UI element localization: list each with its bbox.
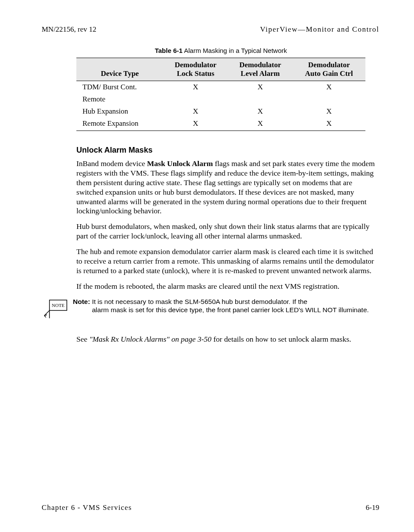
note-text: Note: It is not necessary to mask the SL…	[73, 297, 369, 314]
footer-page-number: 6-19	[366, 503, 379, 512]
body-paragraph: If the modem is rebooted, the alarm mask…	[76, 282, 379, 291]
svg-text:NOTE: NOTE	[52, 303, 65, 308]
table-caption: Table 6-1 Alarm Masking in a Typical Net…	[76, 47, 365, 54]
body-paragraph: The hub and remote expansion demodulator…	[76, 247, 379, 276]
cell-level: X	[228, 117, 292, 131]
running-footer: Chapter 6 - VMS Services 6-19	[42, 503, 379, 512]
cell-lock	[163, 93, 228, 105]
col-header-lock-status: Demodulator Lock Status	[163, 58, 228, 81]
col-header-device-type: Device Type	[76, 58, 163, 81]
footer-left: Chapter 6 - VMS Services	[42, 503, 132, 512]
cross-reference-link[interactable]: "Mask Rx Unlock Alarms" on page 3-50	[89, 335, 212, 343]
table-row: Hub Expansion X X X	[76, 105, 365, 117]
see-reference: See "Mask Rx Unlock Alarms" on page 3-50…	[76, 335, 379, 344]
running-header: MN/22156, rev 12 ViperView—Monitor and C…	[42, 25, 379, 34]
table-row: Remote Expansion X X X	[76, 117, 365, 131]
header-right: ViperView—Monitor and Control	[260, 25, 379, 34]
note-icon: NOTE	[43, 299, 68, 320]
cell-device: Remote	[76, 93, 163, 105]
cell-level	[228, 93, 292, 105]
cell-gain: X	[292, 105, 365, 117]
note-rest: alarm mask is set for this device type, …	[92, 306, 369, 314]
table-row: Remote	[76, 93, 365, 105]
note-block: NOTE Note: It is not necessary to mask t…	[43, 297, 379, 320]
header-left: MN/22156, rev 12	[42, 25, 96, 34]
cell-gain: X	[292, 81, 365, 94]
note-first-line: It is not necessary to mask the SLM-5650…	[90, 298, 308, 305]
cell-level: X	[228, 105, 292, 117]
cell-lock: X	[163, 105, 228, 117]
col-header-level-alarm: Demodulator Level Alarm	[228, 58, 292, 81]
table-header-row: Device Type Demodulator Lock Status Demo…	[76, 58, 365, 81]
table-row: TDM/ Burst Cont. X X X	[76, 81, 365, 94]
cell-lock: X	[163, 81, 228, 94]
section-heading: Unlock Alarm Masks	[76, 146, 379, 155]
col-header-auto-gain: Demodulator Auto Gain Ctrl	[292, 58, 365, 81]
cell-lock: X	[163, 117, 228, 131]
cell-gain: X	[292, 117, 365, 131]
table-caption-text: Alarm Masking in a Typical Network	[183, 47, 287, 54]
cell-device: Remote Expansion	[76, 117, 163, 131]
alarm-masking-table: Device Type Demodulator Lock Status Demo…	[76, 58, 365, 131]
cell-gain	[292, 93, 365, 105]
cell-device: Hub Expansion	[76, 105, 163, 117]
cell-level: X	[228, 81, 292, 94]
table-caption-label: Table 6-1	[155, 47, 183, 54]
body-paragraph: Hub burst demodulators, when masked, onl…	[76, 222, 379, 241]
body-paragraph: InBand modem device Mask Unlock Alarm fl…	[76, 159, 379, 216]
cell-device: TDM/ Burst Cont.	[76, 81, 163, 94]
note-label: Note:	[73, 298, 90, 305]
